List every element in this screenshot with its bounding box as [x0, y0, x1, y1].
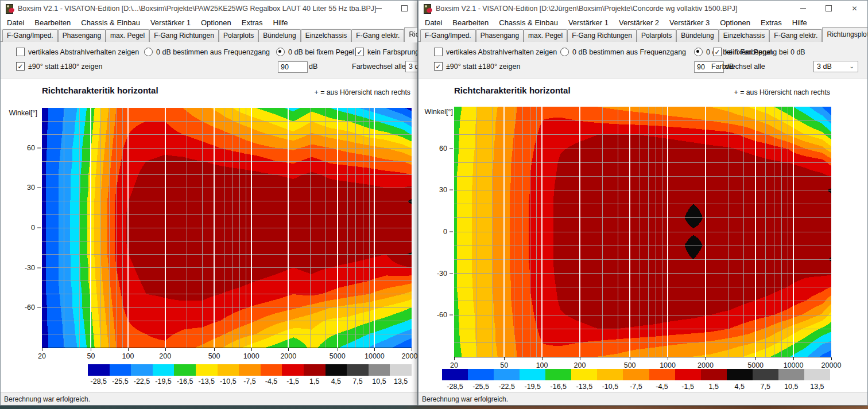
menu-hilfe[interactable]: Hilfe — [268, 17, 293, 28]
menu-verst-rker-3[interactable]: Verstärker 3 — [664, 17, 715, 28]
menu-optionen[interactable]: Optionen — [715, 17, 755, 28]
radio-freq-row[interactable]: 0 dB bestimmen aus Frequenzgang — [560, 48, 686, 56]
farbwechsel-select[interactable]: 3 dB ⌄ — [813, 61, 858, 72]
menu-verst-rker-1[interactable]: Verstärker 1 — [563, 17, 614, 28]
color-scale — [442, 369, 830, 380]
tab-polarplots[interactable]: Polarplots — [637, 29, 676, 42]
window-title: Boxsim V2.1 - VISATON-Edition [D:\2Jürge… — [436, 5, 737, 13]
menu-bearbeiten[interactable]: Bearbeiten — [29, 17, 76, 28]
menu-bar: DateiBearbeitenChassis & EinbauVerstärke… — [1, 16, 417, 29]
radio-0db-fixed[interactable] — [694, 48, 703, 56]
status-bar: Berechnung war erfolgreich. — [1, 392, 417, 405]
checkbox-nojump[interactable]: ✓ — [713, 48, 722, 56]
tab-f-gang-richtungen[interactable]: F-Gang Richtungen — [567, 29, 637, 42]
checkbox-pm90-row[interactable]: ✓ ±90° statt ±180° zeigen — [16, 62, 102, 71]
directivity-heatmap — [42, 108, 412, 348]
menu-optionen[interactable]: Optionen — [196, 17, 237, 28]
tab-max-pegel[interactable]: max. Pegel — [524, 29, 567, 42]
color-swatch — [261, 364, 282, 376]
tab-phasengang[interactable]: Phasengang — [476, 29, 524, 42]
color-swatch — [675, 369, 701, 380]
tab-einzelchassis[interactable]: Einzelchassis — [301, 29, 352, 42]
radio-0db-fixed-label: 0 dB bei fixem Pegel — [288, 48, 354, 56]
minimize-button[interactable] — [366, 1, 392, 16]
checkbox-nojump[interactable]: ✓ — [355, 48, 364, 56]
radio-0db-fixed[interactable] — [276, 48, 285, 56]
x-axis-tick — [454, 357, 455, 360]
tab-richtungsplots[interactable]: Richtungsplots — [404, 27, 418, 42]
menu-bearbeiten[interactable]: Bearbeiten — [447, 17, 494, 28]
radio-0db-frequenzgang[interactable] — [144, 48, 153, 56]
tab-phasengang[interactable]: Phasengang — [58, 29, 106, 42]
color-scale-value: -10,5 — [218, 377, 239, 385]
color-scale-value: 4,5 — [727, 383, 753, 391]
x-tick-label: 200 — [574, 361, 586, 369]
menu-verst-rker-1[interactable]: Verstärker 1 — [145, 17, 196, 28]
x-axis-tick — [755, 357, 756, 360]
farbwechsel-select[interactable]: 3 dB ⌄ — [405, 61, 418, 72]
color-swatch — [347, 364, 369, 376]
checkbox-nojump-row[interactable]: ✓ kein Farbsprung bei 0 dB — [355, 48, 418, 56]
menu-bar: DateiBearbeitenChassis & EinbauVerstärke… — [418, 16, 867, 29]
color-scale-value: -28,5 — [442, 383, 468, 391]
checkbox-pm90[interactable]: ✓ — [434, 62, 443, 71]
menu-chassis-einbau[interactable]: Chassis & Einbau — [494, 17, 563, 28]
color-swatch — [153, 364, 175, 376]
menu-hilfe[interactable]: Hilfe — [787, 17, 812, 28]
menu-extras[interactable]: Extras — [237, 17, 268, 28]
color-scale-value: -25,5 — [468, 383, 494, 391]
color-swatch — [571, 369, 597, 380]
checkbox-nojump-label: kein Farbsprung bei 0 dB — [367, 48, 418, 56]
x-axis-tick — [42, 348, 42, 351]
y-tick-label: -30 — [14, 264, 35, 272]
tab-b-ndelung[interactable]: Bündelung — [676, 29, 718, 42]
tab-f-gang-elektr[interactable]: F-Gang elektr. — [769, 29, 822, 42]
tab-max-pegel[interactable]: max. Pegel — [106, 29, 149, 42]
checkbox-nojump-row[interactable]: ✓ kein Farbsprung bei 0 dB — [713, 48, 805, 56]
color-swatch — [468, 369, 494, 380]
color-scale-value: -1,5 — [282, 377, 304, 385]
tab-b-ndelung[interactable]: Bündelung — [258, 29, 300, 42]
color-swatch — [753, 369, 778, 380]
y-tick-label: -30 — [427, 270, 447, 278]
color-swatch — [804, 369, 830, 380]
x-axis-tick — [580, 357, 580, 360]
menu-extras[interactable]: Extras — [755, 17, 787, 28]
tab-richtungsplots[interactable]: Richtungsplots — [822, 27, 868, 42]
menu-verst-rker-2[interactable]: Verstärker 2 — [614, 17, 664, 28]
close-button[interactable]: ✕ — [842, 1, 867, 16]
tab-f-gang-elektr[interactable]: F-Gang elektr. — [351, 29, 404, 42]
tab-strip: F-Gang/Imped.Phasengangmax. PegelF-Gang … — [418, 29, 867, 42]
color-swatch — [196, 364, 218, 376]
tab-f-gang-imped[interactable]: F-Gang/Imped. — [2, 29, 58, 42]
tab-einzelchassis[interactable]: Einzelchassis — [719, 29, 770, 42]
maximize-button[interactable] — [816, 1, 842, 16]
color-swatch — [494, 369, 520, 380]
radio-0db-frequenzgang[interactable] — [560, 48, 569, 56]
checkbox-vertical[interactable] — [434, 48, 443, 56]
plot-annotation: + = aus Hörersicht nach rechts — [734, 88, 830, 96]
y-axis-tick — [37, 228, 41, 228]
checkbox-vertical[interactable] — [16, 48, 25, 56]
maximize-button[interactable] — [392, 1, 417, 16]
radio-fixed-row[interactable]: 0 dB bei fixem Pegel — [276, 48, 354, 56]
window-boxsim-right: Boxsim V2.1 - VISATON-Edition [D:\2Jürge… — [418, 0, 868, 406]
titlebar[interactable]: Boxsim V2.1 - VISATON-Edition [D:\2Jürge… — [418, 1, 867, 16]
color-scale-value: -19,5 — [153, 377, 175, 385]
menu-datei[interactable]: Datei — [2, 17, 29, 28]
level-input[interactable] — [278, 61, 308, 73]
minimize-button[interactable] — [790, 1, 816, 16]
radio-0db-frequenzgang-label: 0 dB bestimmen aus Frequenzgang — [156, 48, 270, 56]
tab-f-gang-richtungen[interactable]: F-Gang Richtungen — [149, 29, 219, 42]
menu-datei[interactable]: Datei — [420, 17, 447, 28]
checkbox-pm90[interactable]: ✓ — [16, 62, 25, 71]
tab-f-gang-imped[interactable]: F-Gang/Imped. — [420, 29, 476, 42]
menu-chassis-einbau[interactable]: Chassis & Einbau — [76, 17, 145, 28]
checkbox-vertical-row[interactable]: vertikales Abstrahlverhalten zeigen — [434, 48, 557, 56]
tab-polarplots[interactable]: Polarplots — [219, 29, 258, 42]
checkbox-vertical-row[interactable]: vertikales Abstrahlverhalten zeigen — [16, 48, 139, 56]
radio-freq-row[interactable]: 0 dB bestimmen aus Frequenzgang — [144, 48, 270, 56]
x-tick-label: 20 — [38, 352, 46, 360]
checkbox-pm90-row[interactable]: ✓ ±90° statt ±180° zeigen — [434, 62, 520, 71]
titlebar[interactable]: Boxsim V2.1 - VISATON-Edition [D:\...\Bo… — [1, 1, 417, 16]
